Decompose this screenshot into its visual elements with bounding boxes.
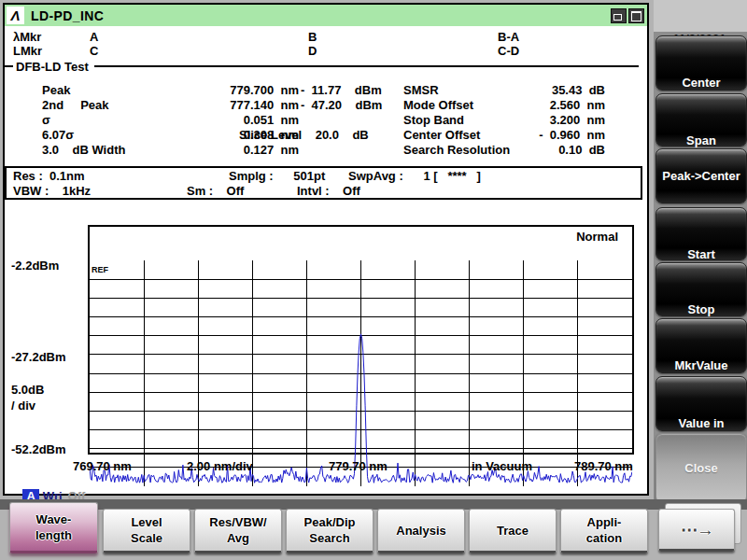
result-level: - 47.20 dBm [301,98,382,112]
result-label: Center Offset [403,128,480,142]
spectrum-plot [90,260,632,486]
analysis-mode-title: DFB-LD Test [16,60,89,74]
result-value: 779.700 nm [140,83,299,97]
result-value: 0.10 dB [504,143,605,157]
result-label: SMSR [403,83,439,97]
maximize-window-icon[interactable] [628,8,644,23]
x-axis-center-value: 779.70 nm [329,459,388,473]
trace-mode-label: Normal [523,230,618,244]
y-axis-mid-value: -27.2dBm [11,350,66,364]
y-axis-bottom-value: -52.2dBm [11,442,66,456]
result-value: 777.140 nm [140,98,299,112]
peak-to-center-button[interactable]: Peak->Center [655,148,747,203]
resolution-setting: Res : 0.1nm [13,169,85,183]
fkey-application[interactable]: Appli- cation [560,509,648,553]
close-button[interactable]: Close [655,433,747,503]
x-axis-stop-value: 789.70 nm [574,459,633,473]
marker-a: A [90,30,98,44]
sampling-setting: Smplg : 501pt [229,169,325,183]
osa-screen: Λ LD-PD_INC λMkr A B B-A LMkr C D C-D DF… [0,0,747,560]
result-label: Mode Offset [403,98,473,112]
span-button[interactable]: Span 20.00nm [655,93,747,147]
restore-window-icon[interactable] [611,8,627,23]
title-bar: Λ LD-PD_INC [5,5,647,26]
smooth-setting: Sm : Off [187,184,244,198]
result-value: 35.43 dB [504,83,605,97]
section-rule-left [5,65,13,67]
result-label: Peak [42,83,70,97]
fkey-more-arrow[interactable]: ⋯→ [658,509,735,552]
result-label: 3.0 dB Width [42,143,125,157]
result-level: - 11.77 dBm [301,83,382,97]
center-button[interactable]: Center 779.70nm [655,35,747,91]
result-value: 0.127 nm [140,143,299,157]
y-scale-per-div-2: / div [11,399,35,413]
level-marker-label: LMkr [13,44,42,58]
result-label: 6.07σ [42,128,74,142]
window-controls [609,8,644,23]
x-axis-start-value: 769.70 nm [73,459,132,473]
interval-setting: Intvl : Off [297,184,360,198]
value-in-toggle[interactable]: Value in Air Vacuum [655,376,747,431]
x-scale-per-div: 2.00 nm/div [187,459,253,473]
marker-value-toggle[interactable]: MkrValue Wl Freq [655,318,747,373]
window-title: LD-PD_INC [31,8,104,23]
result-value: - 0.960 nm [504,128,605,142]
fkey-peak-dip-search[interactable]: Peak/Dip Search [286,509,374,553]
slice-level: Slice Level 20.0 dB [239,128,369,142]
wavelength-medium-label: in Vacuum [472,459,532,473]
fkey-res-vbw-avg[interactable]: Res/VBW/ Avg [194,509,282,553]
result-label: 2nd Peak [42,98,109,112]
lambda-marker-label: λMkr [13,30,41,44]
fkey-trace[interactable]: Trace [469,509,557,553]
y-axis-ref-value: -2.2dBm [11,259,59,273]
result-value: 2.560 nm [504,98,605,112]
analysis-section: DFB-LD Test [5,59,643,74]
fkey-level-scale[interactable]: Level Scale [103,509,190,553]
fkey-analysis[interactable]: Analysis [377,509,465,553]
section-rule-right [94,65,639,67]
start-button[interactable]: Start 769.70nm [655,207,747,260]
result-label: Stop Band [403,113,464,127]
marker-b: B [308,30,317,44]
sweep-average-setting: SwpAvg : 1 [ **** ] [348,169,481,183]
fkey-wavelength[interactable]: Wave- length [9,502,98,553]
marker-b-a: B-A [498,30,519,44]
anritsu-logo-icon: Λ [7,7,24,24]
marker-c-d: C-D [498,44,519,58]
marker-d: D [308,44,317,58]
vbw-setting: VBW : 1kHz [13,184,91,198]
stop-button[interactable]: Stop 789.70nm [655,262,747,316]
result-value: 3.200 nm [504,113,605,127]
ref-level-label: REF [92,265,108,274]
result-label: Search Resolution [403,143,510,157]
spectrum-chart [88,225,634,455]
result-label: σ [42,113,50,127]
marker-c: C [90,44,98,58]
result-value: 0.051 nm [140,113,299,127]
more-arrow-icon: ⋯→ [681,522,712,538]
y-scale-per-div: 5.0dB [11,383,44,397]
